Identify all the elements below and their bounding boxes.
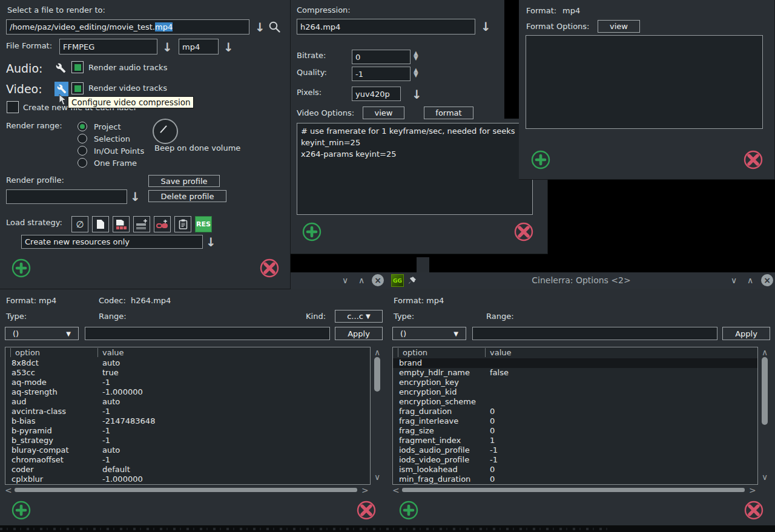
- table-row[interactable]: fragment_index1: [393, 436, 757, 445]
- type-combo[interactable]: ()▼: [392, 327, 466, 340]
- column-option[interactable]: option: [398, 348, 427, 357]
- maximize-icon[interactable]: ∧: [358, 275, 364, 285]
- column-value[interactable]: value: [97, 348, 124, 357]
- table-row[interactable]: frag_interleave0: [393, 416, 757, 426]
- audio-wrench-icon[interactable]: [56, 63, 66, 73]
- table-row[interactable]: min_frag_duration0: [393, 475, 757, 484]
- scroll-up-icon[interactable]: ∧: [374, 347, 380, 357]
- minimize-icon[interactable]: ∨: [731, 275, 737, 285]
- table-row[interactable]: frag_size0: [393, 426, 757, 436]
- column-option[interactable]: option: [10, 348, 40, 357]
- table-row[interactable]: frag_duration0: [393, 407, 757, 416]
- table-row[interactable]: aq-strength-1.000000: [5, 387, 370, 397]
- codec-input[interactable]: h264.mp4: [297, 19, 475, 34]
- format-button[interactable]: format: [424, 107, 473, 119]
- scroll-left-icon[interactable]: <: [392, 485, 400, 495]
- render-audio-checkbox[interactable]: [71, 61, 84, 73]
- table-row[interactable]: avcintra-class-1: [5, 407, 370, 416]
- table-row[interactable]: encryption_kid: [393, 387, 757, 397]
- table-row[interactable]: encryption_scheme: [393, 397, 757, 407]
- column-value[interactable]: value: [485, 348, 512, 357]
- render-profile-input[interactable]: [6, 189, 127, 204]
- extension-dropdown-icon[interactable]: ↓: [223, 41, 234, 53]
- format-options-box[interactable]: [526, 35, 763, 129]
- path-history-icon[interactable]: ↓: [255, 21, 265, 33]
- table-row[interactable]: a53cctrue: [5, 368, 370, 378]
- file-path-input[interactable]: /home/paz/video_editing/movie_test.mp4: [6, 19, 249, 34]
- minimize-icon[interactable]: ∨: [342, 275, 348, 285]
- add-option-button[interactable]: [398, 500, 419, 521]
- scroll-right-icon[interactable]: >: [361, 485, 369, 495]
- range-input[interactable]: [85, 327, 330, 340]
- cancel-button[interactable]: [259, 258, 280, 278]
- bitrate-input[interactable]: 0: [352, 50, 411, 64]
- profile-dropdown-icon[interactable]: ↓: [130, 191, 140, 203]
- scroll-right-icon[interactable]: >: [749, 485, 756, 495]
- horizontal-scrollbar[interactable]: [402, 488, 745, 492]
- view-button[interactable]: view: [363, 107, 404, 119]
- codec-dropdown-icon[interactable]: ↓: [481, 21, 491, 33]
- extension-input[interactable]: mp4: [179, 39, 219, 54]
- table-row[interactable]: iods_video_profile-1: [393, 455, 757, 465]
- radio-inout-points[interactable]: [78, 146, 87, 156]
- table-header[interactable]: option value: [393, 347, 757, 358]
- video-options-textarea[interactable]: # use framerate for 1 keyframe/sec, need…: [297, 123, 533, 215]
- apply-button[interactable]: Apply: [722, 327, 770, 340]
- cancel-button[interactable]: [513, 222, 534, 242]
- file-format-input[interactable]: FFMPEG: [59, 39, 157, 54]
- close-options-button[interactable]: [744, 500, 764, 521]
- beep-volume-knob[interactable]: [153, 119, 178, 144]
- load-new-file-button[interactable]: [92, 216, 109, 232]
- table-row[interactable]: b-bias-2147483648: [5, 416, 370, 426]
- kind-dropdown[interactable]: c...c ▼: [335, 310, 383, 323]
- load-resources-button[interactable]: RES: [195, 216, 212, 232]
- vertical-scrollbar[interactable]: [374, 357, 380, 392]
- horizontal-scrollbar[interactable]: [15, 488, 357, 492]
- table-row[interactable]: encryption_key: [393, 378, 757, 387]
- close-options-button[interactable]: [356, 500, 377, 521]
- load-strategy-select[interactable]: Create new resources only: [21, 235, 203, 249]
- scroll-down-icon[interactable]: ∨: [374, 472, 380, 482]
- load-paste-button[interactable]: [174, 216, 191, 232]
- load-replace-button[interactable]: [113, 216, 130, 232]
- titlebar-right[interactable]: GG Cinelerra: Options <2> ∨ ∧ ×: [388, 272, 775, 289]
- table-row[interactable]: iods_audio_profile-1: [393, 445, 757, 455]
- apply-button[interactable]: Apply: [335, 327, 383, 340]
- table-row[interactable]: cplxblur-1.000000: [5, 475, 370, 484]
- save-profile-button[interactable]: Save profile: [148, 175, 220, 187]
- radio-one-frame[interactable]: [78, 158, 87, 168]
- load-nothing-button[interactable]: ∅: [71, 216, 88, 232]
- load-append-button[interactable]: [133, 216, 150, 232]
- table-row[interactable]: b_strategy-1: [5, 436, 370, 445]
- options-table-right[interactable]: option value brandempty_hdlr_namefalseen…: [392, 347, 758, 485]
- scroll-up-icon[interactable]: ∧: [762, 347, 768, 357]
- search-icon[interactable]: [268, 21, 281, 33]
- table-row[interactable]: aq-mode-1: [5, 378, 370, 387]
- radio-project[interactable]: [78, 122, 87, 131]
- range-input[interactable]: [472, 327, 717, 340]
- quality-input[interactable]: -1: [352, 67, 411, 81]
- table-row[interactable]: ism_lookahead0: [393, 465, 757, 475]
- close-icon[interactable]: ×: [372, 274, 384, 286]
- cancel-button[interactable]: [743, 149, 763, 170]
- table-row[interactable]: brand: [393, 358, 757, 368]
- table-row[interactable]: 8x8dctauto: [5, 358, 370, 368]
- table-row[interactable]: bluray-compatauto: [5, 445, 370, 455]
- ok-button[interactable]: [302, 222, 322, 242]
- table-row[interactable]: empty_hdlr_namefalse: [393, 368, 757, 378]
- type-combo[interactable]: ()▼: [5, 327, 79, 340]
- scroll-down-icon[interactable]: ∨: [762, 472, 768, 482]
- table-header[interactable]: option value: [5, 347, 370, 358]
- render-video-checkbox[interactable]: [71, 82, 84, 94]
- maximize-icon[interactable]: ∧: [747, 275, 753, 285]
- load-strategy-dropdown-icon[interactable]: ↓: [206, 236, 216, 248]
- delete-profile-button[interactable]: Delete profile: [148, 190, 226, 202]
- table-row[interactable]: audauto: [5, 397, 370, 407]
- table-row[interactable]: coderdefault: [5, 465, 370, 475]
- table-row[interactable]: b-pyramid-1: [5, 426, 370, 436]
- add-option-button[interactable]: [11, 500, 31, 521]
- options-table-left[interactable]: option value 8x8dctautoa53cctrueaq-mode-…: [5, 347, 371, 485]
- pixels-input[interactable]: yuv420p: [352, 87, 401, 101]
- load-concatenate-button[interactable]: [154, 216, 171, 232]
- pixels-dropdown-icon[interactable]: ↓: [412, 88, 422, 100]
